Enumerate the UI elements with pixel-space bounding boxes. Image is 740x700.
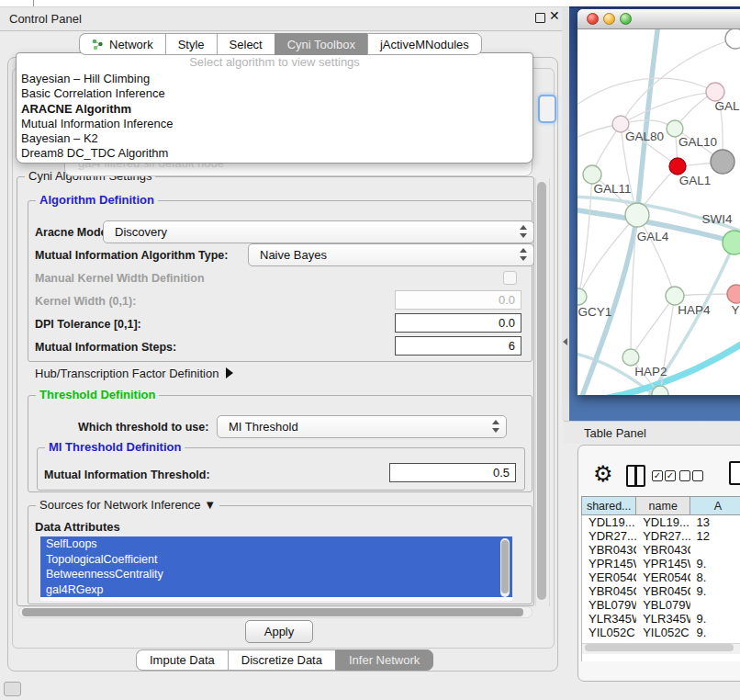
algorithm-option-basic-correlation-inference[interactable]: Basic Correlation Inference — [17, 86, 533, 101]
table-row[interactable]: YDR27...YDR27...12 — [582, 529, 740, 543]
attribute-item-betweennesscentrality[interactable]: BetweennessCentrality — [40, 567, 512, 582]
algorithm-option-mutual-information-inference[interactable]: Mutual Information Inference — [17, 117, 533, 131]
columns-icon[interactable] — [626, 465, 645, 487]
tab-infer-network[interactable]: Infer Network — [335, 649, 433, 671]
column-header-shared[interactable]: shared... — [581, 496, 635, 515]
table-row[interactable]: YBR043CYBR043C — [582, 543, 740, 557]
tab-discretize-data[interactable]: Discretize Data — [228, 649, 335, 671]
mi-steps-field[interactable] — [395, 336, 521, 356]
tab-label: Select — [230, 38, 263, 51]
gear-icon[interactable]: ⚙ — [593, 461, 613, 487]
table-cell: 12 — [690, 529, 740, 543]
tab-style[interactable]: Style — [165, 33, 217, 55]
tab-label: Style — [178, 38, 205, 51]
hide-columns-icon[interactable] — [692, 470, 703, 481]
hub-definition-expander[interactable]: Hub/Transcription Factor Definition — [35, 367, 233, 380]
table-row[interactable]: YPR145WYPR145W9. — [582, 557, 740, 570]
network-edge[interactable] — [631, 296, 675, 357]
panel-grip-icon[interactable] — [4, 682, 21, 696]
dpi-tolerance-field[interactable] — [395, 313, 521, 333]
column-header-name[interactable]: name — [635, 496, 690, 515]
collapse-arrow-icon[interactable]: ▼ — [204, 498, 216, 512]
mi-steps-label: Mutual Information Steps: — [35, 341, 176, 354]
stepper-arrows-icon — [520, 225, 527, 238]
settings-vertical-scroll-thumb[interactable] — [537, 182, 546, 600]
hide-columns-icon[interactable] — [679, 470, 690, 481]
tab-impute-data[interactable]: Impute Data — [136, 649, 228, 671]
algorithm-option-bayesian-hill-climbing[interactable]: Bayesian – Hill Climbing — [17, 72, 533, 86]
network-node[interactable] — [725, 29, 740, 49]
network-edge[interactable] — [578, 175, 592, 297]
table-row[interactable]: YLR345WYLR345W9. — [582, 612, 740, 626]
table-row[interactable]: YBL079WYBL079W — [582, 598, 740, 612]
manual-kernel-width-checkbox[interactable] — [503, 271, 517, 285]
tab-network[interactable]: Network — [79, 33, 165, 55]
table-row[interactable]: YER054CYER054C8. — [582, 570, 740, 584]
zoom-traffic-light[interactable] — [620, 13, 632, 25]
show-checked-columns-icon[interactable]: ✓ — [665, 470, 676, 481]
minimize-traffic-light[interactable] — [603, 13, 615, 25]
close-icon[interactable]: ✕ — [549, 8, 560, 23]
network-node-hap2[interactable] — [622, 349, 639, 366]
mi-threshold-field[interactable] — [389, 463, 516, 482]
table-body: YDL19...YDL19...13YDR27...YDR27...12YBR0… — [581, 515, 740, 661]
attribute-item-selfloops[interactable]: SelfLoops — [40, 536, 512, 552]
algorithm-option-bayesian-k2[interactable]: Bayesian – K2 — [17, 131, 533, 146]
control-panel-tabbar: NetworkStyleSelectCyni ToolboxjActiveMNo… — [79, 33, 482, 55]
table-row[interactable]: YIL052CYIL052C9. — [582, 626, 740, 639]
network-node-gal11[interactable] — [583, 165, 601, 184]
network-edge[interactable] — [621, 92, 715, 124]
node-label-gal4: GAL4 — [637, 230, 669, 243]
network-node-gal[interactable] — [706, 83, 724, 101]
table-row[interactable]: YDL19...YDL19...13 — [582, 515, 740, 529]
close-traffic-light[interactable] — [587, 13, 599, 25]
stepper-arrows-icon — [520, 248, 527, 261]
network-window-titlebar[interactable] — [577, 9, 740, 29]
network-node-swi4[interactable] — [723, 231, 740, 254]
attribute-item-gal4rgexp[interactable]: gal4RGexp — [40, 582, 512, 598]
network-node-y[interactable] — [727, 285, 740, 303]
network-node[interactable] — [711, 150, 734, 174]
expand-arrow-icon[interactable] — [226, 367, 233, 378]
network-node-gal4[interactable] — [625, 203, 649, 227]
float-window-icon[interactable] — [535, 13, 545, 23]
aracne-mode-combobox[interactable]: Discovery — [103, 220, 534, 243]
table-row[interactable]: YBR045CYBR045C9. — [582, 584, 740, 598]
export-table-icon[interactable] — [729, 461, 740, 485]
sources-legend[interactable]: Sources for Network Inference ▼ — [36, 498, 219, 512]
table-cell — [690, 598, 740, 612]
table-cell: YPR145W — [582, 557, 636, 570]
panel-splitter[interactable] — [562, 7, 569, 421]
splitter-collapse-icon[interactable] — [563, 338, 567, 345]
attribute-list-scroll-thumb[interactable] — [501, 540, 509, 593]
algorithm-option-aracne-algorithm[interactable]: ARACNE Algorithm — [17, 102, 533, 117]
network-node-gcy1[interactable] — [577, 288, 587, 305]
node-label-gcy1: GCY1 — [578, 305, 612, 319]
table-header-row: shared...nameA — [581, 496, 740, 515]
node-label-gal10: GAL10 — [678, 135, 717, 149]
network-canvas[interactable]: GALGAL80GAL10GAL1GAL11GAL4SWI4HAP4GCY1YH… — [577, 29, 740, 395]
stepper-arrows-icon — [492, 420, 499, 433]
node-table: shared...nameA YDL19...YDL19...13YDR27..… — [581, 496, 740, 661]
table-cell: YPR145W — [636, 557, 690, 570]
which-threshold-combobox[interactable]: MI Threshold — [217, 415, 507, 438]
tab-label: Network — [109, 38, 153, 51]
mi-algorithm-type-combobox[interactable]: Naive Bayes — [248, 243, 534, 266]
column-header-a[interactable]: A — [690, 496, 740, 515]
network-edge[interactable] — [603, 334, 740, 395]
network-node-hap4[interactable] — [666, 287, 684, 305]
settings-horizontal-scroll-thumb[interactable] — [22, 608, 523, 616]
attribute-item-topologicalcoefficient[interactable]: TopologicalCoefficient — [40, 552, 512, 568]
kernel-width-field[interactable] — [395, 290, 521, 310]
show-checked-columns-icon[interactable]: ✓ — [652, 470, 663, 481]
algorithm-combobox-focus-fragment[interactable] — [538, 95, 556, 123]
table-horizontal-scroll-thumb[interactable] — [585, 644, 734, 651]
apply-button[interactable]: Apply — [245, 620, 313, 643]
tab-select[interactable]: Select — [217, 33, 275, 55]
aracne-mode-value: Discovery — [115, 225, 167, 239]
network-node-gal1[interactable] — [669, 158, 686, 175]
algorithm-option-dream8-dc-tdc-algorithm[interactable]: Dream8 DC_TDC Algorithm — [17, 146, 533, 161]
tab-cyni-toolbox[interactable]: Cyni Toolbox — [275, 33, 367, 55]
tab-jactivemnodules[interactable]: jActiveMNodules — [367, 33, 482, 55]
network-edge[interactable] — [637, 29, 658, 215]
